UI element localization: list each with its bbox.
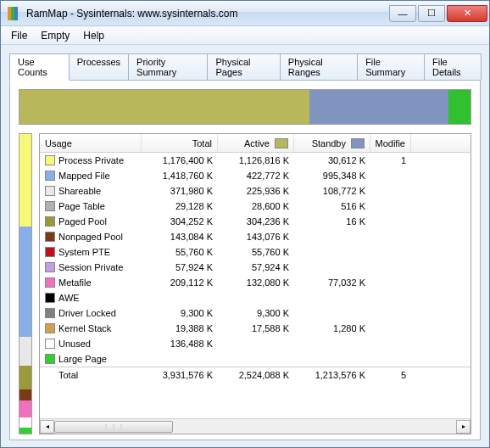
cell-active: 28,600 K — [218, 201, 294, 211]
col-total[interactable]: Total — [142, 134, 218, 152]
row-swatch — [45, 339, 55, 349]
row-swatch — [45, 155, 55, 165]
row-name: Session Private — [58, 262, 123, 272]
cell-total: 304,252 K — [142, 216, 218, 227]
table-row[interactable]: Page Table29,128 K28,600 K516 K — [40, 199, 471, 214]
tab-file-details[interactable]: File Details — [424, 53, 482, 80]
table-row[interactable]: Metafile209,112 K132,080 K77,032 K — [40, 275, 471, 290]
row-name: System PTE — [58, 247, 110, 257]
table-row[interactable]: Nonpaged Pool143,084 K143,076 K — [40, 229, 471, 244]
cell-total: 371,980 K — [142, 186, 218, 196]
chart-seg-other — [448, 90, 471, 124]
table-row[interactable]: Large Page — [40, 351, 471, 367]
titlebar[interactable]: RamMap - Sysinternals: www.sysinternals.… — [1, 1, 489, 26]
cell-active: 55,760 K — [218, 247, 294, 257]
chart-seg-active — [19, 90, 309, 124]
strip-shareable — [19, 337, 31, 366]
row-swatch — [45, 232, 55, 242]
cell-total: 57,924 K — [142, 262, 218, 272]
tab-use-counts[interactable]: Use Counts — [9, 53, 70, 81]
row-swatch — [45, 308, 55, 318]
menu-file[interactable]: File — [4, 28, 34, 43]
client-area: Use CountsProcessesPriority SummaryPhysi… — [1, 45, 489, 447]
table-row[interactable]: Shareable371,980 K225,936 K108,772 K — [40, 183, 471, 199]
tab-processes[interactable]: Processes — [69, 53, 129, 80]
cell-standby: 516 K — [294, 201, 370, 211]
table-row[interactable]: Process Private1,176,400 K1,126,816 K30,… — [40, 153, 471, 168]
app-icon — [8, 7, 21, 20]
row-name: Driver Locked — [58, 308, 116, 318]
table-row[interactable]: Paged Pool304,252 K304,236 K16 K — [40, 214, 471, 229]
cell-active: 17,588 K — [218, 323, 294, 333]
table-row-total[interactable]: Total3,931,576 K2,524,088 K1,213,576 K5 — [40, 367, 471, 382]
scroll-right-arrow[interactable]: ▸ — [456, 420, 471, 434]
usage-table: Usage Total Active Standby Modifie Proce… — [39, 133, 471, 434]
menu-empty[interactable]: Empty — [34, 28, 76, 43]
row-name: AWE — [58, 293, 80, 303]
tab-priority-summary[interactable]: Priority Summary — [128, 53, 208, 80]
cell-standby: 77,032 K — [294, 277, 370, 288]
row-name: Mapped File — [58, 171, 110, 181]
table-row[interactable]: Kernel Stack19,388 K17,588 K1,280 K — [40, 321, 471, 336]
cell-total: 143,084 K — [142, 232, 218, 242]
cell-active: 1,126,816 K — [218, 155, 294, 165]
cell-active: 225,936 K — [218, 186, 294, 196]
col-modified[interactable]: Modifie — [370, 134, 411, 152]
strip-large_page — [19, 428, 31, 434]
close-button[interactable]: ✕ — [447, 5, 487, 22]
row-name: Metafile — [58, 277, 92, 288]
table-row[interactable]: Unused136,488 K — [40, 336, 471, 351]
scroll-thumb[interactable]: ⋮⋮⋮ — [54, 421, 173, 433]
cell-total: 209,112 K — [142, 277, 218, 288]
table-row[interactable]: Mapped File1,418,760 K422,772 K995,348 K — [40, 168, 471, 183]
table-body: Process Private1,176,400 K1,126,816 K30,… — [40, 153, 471, 418]
cell-standby: 995,348 K — [294, 171, 370, 181]
minimize-button[interactable]: — — [389, 5, 416, 22]
cell-total: 1,418,760 K — [142, 171, 218, 181]
cell-total: 9,300 K — [142, 308, 218, 318]
table-row[interactable]: AWE — [40, 290, 471, 305]
tab-strip: Use CountsProcessesPriority SummaryPhysi… — [9, 53, 481, 80]
col-standby[interactable]: Standby — [294, 134, 370, 152]
cell-active: 132,080 K — [218, 277, 294, 288]
row-swatch — [45, 277, 55, 288]
cell-standby: 1,213,576 K — [294, 370, 370, 380]
table-row[interactable]: System PTE55,760 K55,760 K — [40, 244, 471, 260]
row-swatch — [45, 201, 55, 211]
strip-nonpaged_pool — [19, 389, 31, 400]
maximize-button[interactable]: ☐ — [418, 5, 445, 22]
chart-seg-standby — [309, 90, 448, 124]
row-name: Shareable — [58, 186, 101, 196]
window: RamMap - Sysinternals: www.sysinternals.… — [0, 0, 490, 448]
tab-physical-ranges[interactable]: Physical Ranges — [280, 53, 358, 80]
row-swatch — [45, 247, 55, 257]
strip-unused — [19, 417, 31, 428]
table-row[interactable]: Driver Locked9,300 K9,300 K — [40, 305, 471, 321]
strip-process_private — [19, 134, 31, 227]
cell-modified: 5 — [370, 370, 411, 380]
standby-swatch — [351, 138, 365, 148]
menu-help[interactable]: Help — [76, 28, 111, 43]
row-name: Process Private — [58, 155, 124, 165]
row-name: Nonpaged Pool — [58, 232, 123, 242]
cell-standby: 1,280 K — [294, 323, 370, 333]
tab-panel: Usage Total Active Standby Modifie Proce… — [9, 80, 481, 440]
active-swatch — [275, 138, 288, 148]
col-active[interactable]: Active — [218, 134, 294, 152]
tab-physical-pages[interactable]: Physical Pages — [207, 53, 280, 80]
row-name: Large Page — [58, 354, 107, 364]
scroll-track[interactable]: ⋮⋮⋮ — [54, 420, 456, 434]
row-swatch — [45, 293, 55, 303]
table-row[interactable]: Session Private57,924 K57,924 K — [40, 260, 471, 275]
scroll-left-arrow[interactable]: ◂ — [40, 420, 54, 434]
menubar: File Empty Help — [1, 26, 489, 45]
cell-active: 143,076 K — [218, 232, 294, 242]
cell-total: 29,128 K — [142, 201, 218, 211]
cell-standby: 30,612 K — [294, 155, 370, 165]
col-usage[interactable]: Usage — [40, 134, 142, 152]
cell-standby: 16 K — [294, 216, 370, 227]
tab-file-summary[interactable]: File Summary — [357, 53, 425, 80]
horizontal-scrollbar[interactable]: ◂ ⋮⋮⋮ ▸ — [40, 418, 471, 434]
col-active-label: Active — [244, 138, 270, 148]
row-swatch — [45, 216, 55, 227]
